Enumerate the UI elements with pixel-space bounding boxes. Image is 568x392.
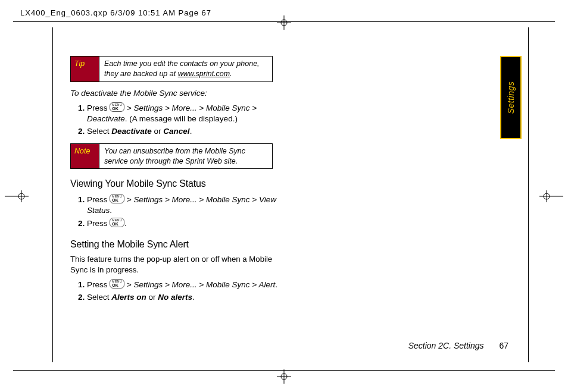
menu-ok-icon: MENUOK xyxy=(110,194,124,203)
step-text: Press xyxy=(87,195,110,204)
tip-label: Tip xyxy=(71,57,99,81)
heading-viewing-status: Viewing Your Mobile Sync Status xyxy=(70,177,279,190)
page-header: LX400_Eng_0603.qxp 6/3/09 10:51 AM Page … xyxy=(20,8,211,17)
side-tab-label: Settings xyxy=(506,81,516,114)
menu-ok-icon: MENUOK xyxy=(110,102,124,112)
menu-ok-icon: MENUOK xyxy=(110,279,124,288)
step-text: . xyxy=(192,293,195,302)
crop-mark-top-icon xyxy=(277,15,291,30)
step-text: Press xyxy=(87,280,110,289)
page-footer: Section 2C. Settings 67 xyxy=(408,341,508,350)
page-content: Tip Each time you edit the contacts on y… xyxy=(70,56,279,309)
crop-mark-bottom-icon xyxy=(277,369,291,384)
deactivate-steps: Press MENUOK > Settings > More... > Mobi… xyxy=(87,102,279,137)
viewing-step-2: Press MENUOK. xyxy=(87,218,279,229)
menu-ok-icon: MENUOK xyxy=(110,218,124,227)
setting-step-2: Select Alerts on or No alerts. xyxy=(87,292,279,303)
note-body: You can unsubscribe from the Mobile Sync… xyxy=(99,144,272,169)
tip-body-post: . xyxy=(230,70,232,78)
step-text: . xyxy=(190,127,192,136)
option: Cancel xyxy=(163,127,189,136)
option: Deactivate xyxy=(111,127,152,136)
setting-steps: Press MENUOK > Settings > More... > Mobi… xyxy=(87,279,279,303)
viewing-steps: Press MENUOK > Settings > More... > Mobi… xyxy=(87,194,279,230)
setting-body: This feature turns the pop-up alert on o… xyxy=(70,254,279,275)
crop-mark-left-icon xyxy=(5,189,29,203)
step-text: . (A message will be displayed.) xyxy=(125,114,238,123)
step-text: Press xyxy=(87,219,110,228)
tip-body: Each time you edit the contacts on your … xyxy=(99,57,272,81)
setting-step-1: Press MENUOK > Settings > More... > Mobi… xyxy=(87,279,279,290)
deactivate-step-1: Press MENUOK > Settings > More... > Mobi… xyxy=(87,102,279,124)
step-text: Press xyxy=(87,104,110,112)
step-text: . xyxy=(275,280,277,289)
step-text: . xyxy=(110,206,112,215)
viewing-step-1: Press MENUOK > Settings > More... > Mobi… xyxy=(87,194,279,216)
deactivate-step-2: Select Deactivate or Cancel. xyxy=(87,126,279,137)
side-tab-settings: Settings xyxy=(500,56,522,139)
step-text: Select xyxy=(87,293,111,302)
option: No alerts xyxy=(158,293,192,302)
heading-setting-alert: Setting the Mobile Sync Alert xyxy=(70,238,279,251)
deactivate-lead: To deactivate the Mobile Sync service: xyxy=(70,88,279,99)
note-label: Note xyxy=(71,144,99,169)
footer-section: Section 2C. Settings xyxy=(408,341,484,350)
step-text: or xyxy=(146,293,158,302)
tip-box: Tip Each time you edit the contacts on y… xyxy=(70,56,273,82)
page-number: 67 xyxy=(499,341,508,350)
step-text: . xyxy=(124,219,127,228)
nav-path: > Settings > More... > Mobile Sync > Ale… xyxy=(127,280,275,289)
step-text: or xyxy=(152,127,164,136)
tip-link[interactable]: www.sprint.com xyxy=(178,70,230,78)
option: Alerts on xyxy=(111,293,146,302)
note-box: Note You can unsubscribe from the Mobile… xyxy=(70,143,273,170)
step-text: Select xyxy=(87,127,111,136)
crop-mark-right-icon xyxy=(539,189,563,203)
